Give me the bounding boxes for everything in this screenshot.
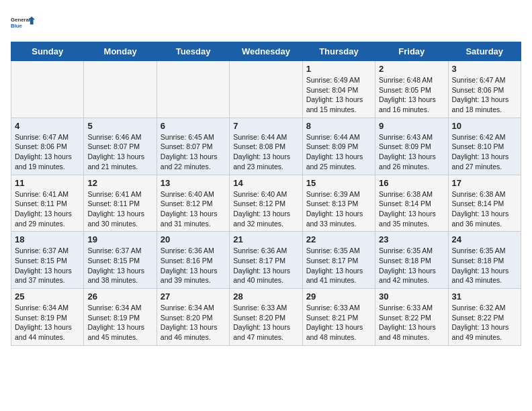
empty-cell bbox=[157, 61, 229, 118]
day-cell-21: 21Sunrise: 6:36 AM Sunset: 8:17 PM Dayli… bbox=[230, 232, 302, 289]
logo: General Blue bbox=[11, 11, 35, 35]
day-number: 13 bbox=[161, 178, 226, 188]
day-cell-25: 25Sunrise: 6:34 AM Sunset: 8:19 PM Dayli… bbox=[11, 289, 84, 346]
day-number: 4 bbox=[15, 121, 80, 131]
empty-cell bbox=[11, 61, 84, 118]
day-cell-30: 30Sunrise: 6:33 AM Sunset: 8:22 PM Dayli… bbox=[375, 289, 448, 346]
day-number: 16 bbox=[379, 178, 444, 188]
day-content: Sunrise: 6:32 AM Sunset: 8:22 PM Dayligh… bbox=[452, 303, 517, 342]
day-cell-9: 9Sunrise: 6:43 AM Sunset: 8:09 PM Daylig… bbox=[375, 118, 448, 175]
day-cell-10: 10Sunrise: 6:42 AM Sunset: 8:10 PM Dayli… bbox=[448, 118, 521, 175]
day-content: Sunrise: 6:41 AM Sunset: 8:11 PM Dayligh… bbox=[15, 189, 80, 229]
svg-text:General: General bbox=[11, 17, 30, 23]
day-content: Sunrise: 6:38 AM Sunset: 8:14 PM Dayligh… bbox=[379, 189, 444, 229]
weekday-header-tuesday: Tuesday bbox=[157, 42, 229, 61]
day-content: Sunrise: 6:35 AM Sunset: 8:18 PM Dayligh… bbox=[379, 246, 444, 285]
day-cell-8: 8Sunrise: 6:44 AM Sunset: 8:09 PM Daylig… bbox=[302, 118, 375, 175]
week-row-4: 18Sunrise: 6:37 AM Sunset: 8:15 PM Dayli… bbox=[11, 232, 521, 289]
day-content: Sunrise: 6:39 AM Sunset: 8:13 PM Dayligh… bbox=[306, 189, 371, 229]
day-cell-18: 18Sunrise: 6:37 AM Sunset: 8:15 PM Dayli… bbox=[11, 232, 84, 289]
calendar-table: SundayMondayTuesdayWednesdayThursdayFrid… bbox=[11, 42, 521, 346]
day-number: 26 bbox=[87, 291, 152, 302]
empty-cell bbox=[230, 61, 302, 118]
day-content: Sunrise: 6:47 AM Sunset: 8:06 PM Dayligh… bbox=[15, 132, 80, 172]
day-cell-1: 1Sunrise: 6:49 AM Sunset: 8:04 PM Daylig… bbox=[302, 61, 375, 118]
day-cell-23: 23Sunrise: 6:35 AM Sunset: 8:18 PM Dayli… bbox=[375, 232, 448, 289]
day-number: 24 bbox=[452, 234, 517, 244]
day-number: 11 bbox=[15, 178, 80, 188]
day-number: 10 bbox=[452, 121, 517, 131]
day-number: 22 bbox=[306, 234, 371, 244]
week-row-1: 1Sunrise: 6:49 AM Sunset: 8:04 PM Daylig… bbox=[11, 61, 521, 118]
day-number: 21 bbox=[233, 234, 298, 244]
day-content: Sunrise: 6:38 AM Sunset: 8:14 PM Dayligh… bbox=[452, 189, 517, 229]
empty-cell bbox=[84, 61, 157, 118]
day-number: 28 bbox=[233, 291, 298, 302]
day-content: Sunrise: 6:34 AM Sunset: 8:20 PM Dayligh… bbox=[161, 303, 226, 342]
day-cell-17: 17Sunrise: 6:38 AM Sunset: 8:14 PM Dayli… bbox=[448, 175, 521, 232]
day-content: Sunrise: 6:44 AM Sunset: 8:08 PM Dayligh… bbox=[233, 132, 298, 172]
day-cell-7: 7Sunrise: 6:44 AM Sunset: 8:08 PM Daylig… bbox=[230, 118, 302, 175]
week-row-2: 4Sunrise: 6:47 AM Sunset: 8:06 PM Daylig… bbox=[11, 118, 521, 175]
weekday-header-thursday: Thursday bbox=[302, 42, 375, 61]
day-content: Sunrise: 6:45 AM Sunset: 8:07 PM Dayligh… bbox=[161, 132, 226, 172]
day-cell-22: 22Sunrise: 6:35 AM Sunset: 8:17 PM Dayli… bbox=[302, 232, 375, 289]
day-cell-15: 15Sunrise: 6:39 AM Sunset: 8:13 PM Dayli… bbox=[302, 175, 375, 232]
day-content: Sunrise: 6:49 AM Sunset: 8:04 PM Dayligh… bbox=[306, 75, 371, 115]
day-number: 3 bbox=[452, 64, 517, 74]
day-cell-19: 19Sunrise: 6:37 AM Sunset: 8:15 PM Dayli… bbox=[84, 232, 157, 289]
day-content: Sunrise: 6:40 AM Sunset: 8:12 PM Dayligh… bbox=[161, 189, 226, 229]
week-row-3: 11Sunrise: 6:41 AM Sunset: 8:11 PM Dayli… bbox=[11, 175, 521, 232]
day-content: Sunrise: 6:33 AM Sunset: 8:22 PM Dayligh… bbox=[379, 303, 444, 342]
day-content: Sunrise: 6:43 AM Sunset: 8:09 PM Dayligh… bbox=[379, 132, 444, 172]
day-number: 9 bbox=[379, 121, 444, 131]
day-content: Sunrise: 6:47 AM Sunset: 8:06 PM Dayligh… bbox=[452, 75, 517, 115]
day-number: 5 bbox=[87, 121, 152, 131]
day-number: 15 bbox=[306, 178, 371, 188]
day-number: 20 bbox=[161, 234, 226, 244]
day-number: 25 bbox=[15, 291, 80, 302]
day-cell-16: 16Sunrise: 6:38 AM Sunset: 8:14 PM Dayli… bbox=[375, 175, 448, 232]
day-cell-13: 13Sunrise: 6:40 AM Sunset: 8:12 PM Dayli… bbox=[157, 175, 229, 232]
day-content: Sunrise: 6:37 AM Sunset: 8:15 PM Dayligh… bbox=[87, 246, 152, 285]
day-content: Sunrise: 6:41 AM Sunset: 8:11 PM Dayligh… bbox=[87, 189, 152, 229]
day-cell-5: 5Sunrise: 6:46 AM Sunset: 8:07 PM Daylig… bbox=[84, 118, 157, 175]
day-number: 30 bbox=[379, 291, 444, 302]
day-cell-20: 20Sunrise: 6:36 AM Sunset: 8:16 PM Dayli… bbox=[157, 232, 229, 289]
day-cell-26: 26Sunrise: 6:34 AM Sunset: 8:19 PM Dayli… bbox=[84, 289, 157, 346]
day-content: Sunrise: 6:42 AM Sunset: 8:10 PM Dayligh… bbox=[452, 132, 517, 172]
day-number: 12 bbox=[87, 178, 152, 188]
day-number: 29 bbox=[306, 291, 371, 302]
day-number: 27 bbox=[161, 291, 226, 302]
weekday-header-row: SundayMondayTuesdayWednesdayThursdayFrid… bbox=[11, 42, 521, 61]
day-number: 14 bbox=[233, 178, 298, 188]
weekday-header-friday: Friday bbox=[375, 42, 448, 61]
day-cell-14: 14Sunrise: 6:40 AM Sunset: 8:12 PM Dayli… bbox=[230, 175, 302, 232]
day-content: Sunrise: 6:44 AM Sunset: 8:09 PM Dayligh… bbox=[306, 132, 371, 172]
day-cell-3: 3Sunrise: 6:47 AM Sunset: 8:06 PM Daylig… bbox=[448, 61, 521, 118]
day-cell-11: 11Sunrise: 6:41 AM Sunset: 8:11 PM Dayli… bbox=[11, 175, 84, 232]
day-number: 31 bbox=[452, 291, 517, 302]
weekday-header-sunday: Sunday bbox=[11, 42, 84, 61]
day-content: Sunrise: 6:34 AM Sunset: 8:19 PM Dayligh… bbox=[15, 303, 80, 342]
week-row-5: 25Sunrise: 6:34 AM Sunset: 8:19 PM Dayli… bbox=[11, 289, 521, 346]
weekday-header-saturday: Saturday bbox=[448, 42, 521, 61]
weekday-header-wednesday: Wednesday bbox=[230, 42, 302, 61]
day-cell-6: 6Sunrise: 6:45 AM Sunset: 8:07 PM Daylig… bbox=[157, 118, 229, 175]
day-content: Sunrise: 6:33 AM Sunset: 8:21 PM Dayligh… bbox=[306, 303, 371, 342]
day-cell-4: 4Sunrise: 6:47 AM Sunset: 8:06 PM Daylig… bbox=[11, 118, 84, 175]
day-number: 6 bbox=[161, 121, 226, 131]
day-content: Sunrise: 6:46 AM Sunset: 8:07 PM Dayligh… bbox=[87, 132, 152, 172]
day-cell-24: 24Sunrise: 6:35 AM Sunset: 8:18 PM Dayli… bbox=[448, 232, 521, 289]
day-content: Sunrise: 6:33 AM Sunset: 8:20 PM Dayligh… bbox=[233, 303, 298, 342]
header: General Blue bbox=[11, 11, 521, 35]
day-content: Sunrise: 6:37 AM Sunset: 8:15 PM Dayligh… bbox=[15, 246, 80, 285]
day-content: Sunrise: 6:35 AM Sunset: 8:17 PM Dayligh… bbox=[306, 246, 371, 285]
day-content: Sunrise: 6:36 AM Sunset: 8:17 PM Dayligh… bbox=[233, 246, 298, 285]
day-number: 23 bbox=[379, 234, 444, 244]
day-content: Sunrise: 6:34 AM Sunset: 8:19 PM Dayligh… bbox=[87, 303, 152, 342]
weekday-header-monday: Monday bbox=[84, 42, 157, 61]
day-content: Sunrise: 6:48 AM Sunset: 8:05 PM Dayligh… bbox=[379, 75, 444, 115]
day-cell-12: 12Sunrise: 6:41 AM Sunset: 8:11 PM Dayli… bbox=[84, 175, 157, 232]
day-number: 19 bbox=[87, 234, 152, 244]
